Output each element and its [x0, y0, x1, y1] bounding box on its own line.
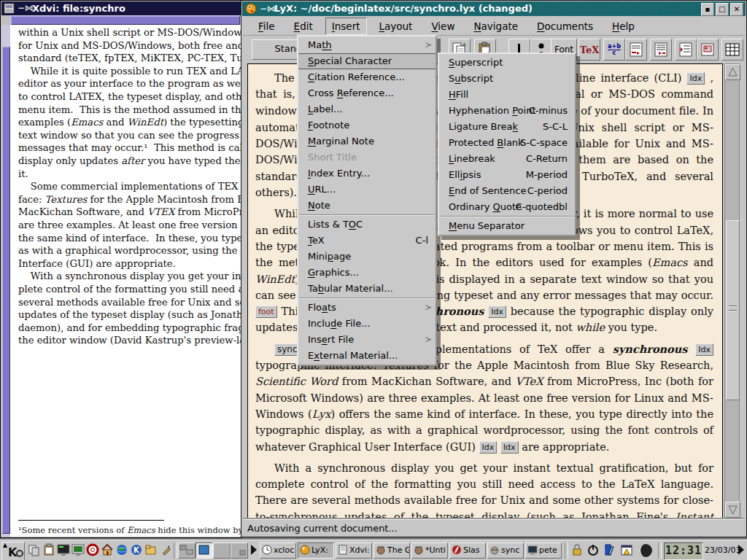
- document-scrollbar[interactable]: [724, 63, 740, 518]
- xdvi-titlebar[interactable]: −⋈ Xdvi: file:synchro: [1, 1, 241, 15]
- insert-menu-item-marginal-note[interactable]: Marginal Note: [298, 133, 436, 149]
- insert-menu-item-graphics[interactable]: Graphics...: [298, 265, 436, 281]
- menu-edit[interactable]: Edit: [287, 18, 320, 35]
- special-char-item-hyphenation-point[interactable]: Hyphenation PointC-minus: [439, 103, 575, 119]
- menu-navigate[interactable]: Navigate: [467, 18, 525, 35]
- pager-desktop-4[interactable]: [231, 542, 248, 559]
- insert-menu-item-minipage[interactable]: Minipage: [298, 249, 436, 265]
- special-char-item-end-of-sentence[interactable]: End of SentenceC-period: [439, 183, 575, 199]
- task-button-pete[interactable]: pete: [525, 542, 562, 559]
- depth-icon[interactable]: [675, 39, 697, 61]
- minimize-button[interactable]: ▪: [701, 3, 714, 16]
- figure-icon[interactable]: [697, 39, 719, 61]
- panel-hide-icon[interactable]: [738, 545, 744, 555]
- panel-separator: [658, 542, 662, 559]
- scroll-thumb[interactable]: [726, 220, 740, 400]
- task-button-lyx[interactable]: LyX:: [298, 542, 334, 559]
- pager-desktop-3[interactable]: [213, 542, 231, 559]
- Idx-inset[interactable]: Idx: [695, 343, 713, 356]
- close-button[interactable]: ✕: [730, 3, 743, 16]
- special-char-item-linebreak[interactable]: LinebreakC-Return: [439, 151, 575, 167]
- task-button-xcloc[interactable]: xcloc: [260, 542, 296, 559]
- menu-file[interactable]: File: [252, 18, 282, 35]
- footnote-icon[interactable]: [625, 39, 647, 61]
- home-icon[interactable]: [101, 543, 115, 557]
- xdvi-hscroll-thumb[interactable]: [11, 16, 240, 25]
- kde-icon[interactable]: K: [130, 543, 144, 557]
- lyx-titlebar[interactable]: −⋈ LyX: ~/doc/beginlatex/src/synchro.lyx…: [242, 1, 746, 16]
- insert-menu-item-include-file[interactable]: Include File...: [298, 316, 436, 332]
- table-icon[interactable]: [721, 39, 743, 61]
- special-char-item-subscript[interactable]: Subscript: [439, 71, 575, 87]
- task-button-unti[interactable]: *Unti: [411, 542, 448, 559]
- menu-insert[interactable]: Insert: [325, 18, 367, 35]
- xdvi-text-line: to control LATEX, the typeset display, a…: [18, 91, 241, 102]
- scroll-up-icon[interactable]: [725, 64, 740, 80]
- insert-menu-item-label[interactable]: Label...: [298, 101, 436, 117]
- task-button-slas[interactable]: Slas: [449, 542, 486, 559]
- task-button-theg[interactable]: The G: [374, 542, 410, 559]
- menu-view[interactable]: View: [425, 18, 461, 35]
- math-icon[interactable]: a+bc: [603, 39, 625, 61]
- menu-layout[interactable]: Layout: [373, 18, 419, 35]
- digital-clock[interactable]: 12:31: [664, 542, 703, 560]
- insert-menu-item-floats[interactable]: Floats≻: [298, 300, 436, 316]
- xdvi-horizontal-scrollbar[interactable]: [10, 15, 241, 26]
- organizer-icon[interactable]: [620, 543, 633, 556]
- special-char-item-hfill[interactable]: HFill: [439, 87, 575, 103]
- insert-menu-item-insert-file[interactable]: Insert File≻: [298, 332, 436, 348]
- insert-menu-item-note[interactable]: Note: [298, 198, 436, 214]
- klipper-icon[interactable]: [603, 543, 616, 556]
- date-display[interactable]: 23/03/03: [705, 542, 740, 559]
- special-char-item-ligature-break[interactable]: Ligature BreakS-C-L: [439, 119, 575, 135]
- insert-menu-item-footnote[interactable]: Footnote: [298, 117, 436, 133]
- insert-menu-item-special-character[interactable]: Special Character: [298, 53, 436, 69]
- Idx-inset[interactable]: Idx: [500, 441, 519, 454]
- Idx-inset[interactable]: Idx: [479, 441, 498, 454]
- display-icon[interactable]: [71, 543, 85, 557]
- special-char-item-ellipsis[interactable]: EllipsisM-period: [439, 167, 575, 183]
- special-char-item-protected-blank[interactable]: Protected BlankS-C-space: [439, 135, 575, 151]
- pager-desktop-2[interactable]: [196, 542, 213, 559]
- insert-menu-item-tabular-material[interactable]: Tabular Material...: [298, 281, 436, 297]
- Idx-inset[interactable]: Idx: [686, 72, 705, 85]
- terminal-icon[interactable]: [57, 543, 71, 557]
- moon-icon[interactable]: [638, 543, 651, 556]
- special-char-item-menu-separator[interactable]: Menu Separator: [439, 218, 575, 234]
- lock-icon[interactable]: [570, 543, 584, 556]
- insert-menu-item-index-entry[interactable]: Index Entry...: [298, 166, 436, 182]
- menu-help[interactable]: Help: [605, 18, 641, 35]
- insert-menu-item-lists-toc[interactable]: Lists & TOC: [298, 217, 436, 233]
- scroll-down-icon[interactable]: [725, 502, 740, 518]
- task-button-xdvi[interactable]: Xdvi:: [336, 542, 372, 559]
- clock-icon: [262, 545, 272, 559]
- globe-icon[interactable]: [115, 543, 129, 557]
- Idx-inset[interactable]: Idx: [488, 306, 506, 318]
- pen-icon[interactable]: [159, 543, 173, 557]
- pager-desktop-1[interactable]: [178, 542, 196, 559]
- submenu-arrow-icon: ≻: [425, 300, 432, 316]
- k-menu-button[interactable]: K: [1, 542, 25, 560]
- special-char-item-superscript[interactable]: Superscript: [439, 55, 575, 71]
- task-label: LyX:: [311, 545, 328, 555]
- marginpar-icon[interactable]: [650, 39, 672, 61]
- menu-documents[interactable]: Documents: [530, 18, 600, 35]
- task-button-sync[interactable]: sync: [487, 542, 524, 559]
- insert-menu-item-url[interactable]: URL...: [298, 182, 436, 198]
- insert-menu-item-external-material[interactable]: External Material...: [298, 348, 436, 364]
- window-list-icon[interactable]: [28, 543, 42, 557]
- xdvi-vscroll-thumb[interactable]: [2, 47, 10, 534]
- insert-menu-item-cross-reference[interactable]: Cross Reference...: [298, 85, 436, 101]
- foot-inset[interactable]: foot: [255, 306, 277, 318]
- insert-menu-item-math[interactable]: Math≻: [298, 37, 436, 53]
- power-icon[interactable]: [587, 543, 600, 556]
- insert-menu-item-citation-reference[interactable]: Citation Reference...: [298, 69, 436, 85]
- tex-icon[interactable]: TeX: [578, 39, 600, 61]
- panel-expand-icon[interactable]: [251, 545, 257, 555]
- files-icon[interactable]: [144, 543, 158, 557]
- special-char-item-ordinary-quote[interactable]: Ordinary QuoteC-quotedbl: [439, 199, 575, 215]
- maximize-button[interactable]: □: [716, 3, 729, 16]
- clipboard-icon[interactable]: [42, 543, 56, 557]
- insert-menu-item-tex[interactable]: TeXC-l: [298, 233, 436, 249]
- help-icon[interactable]: [86, 543, 100, 557]
